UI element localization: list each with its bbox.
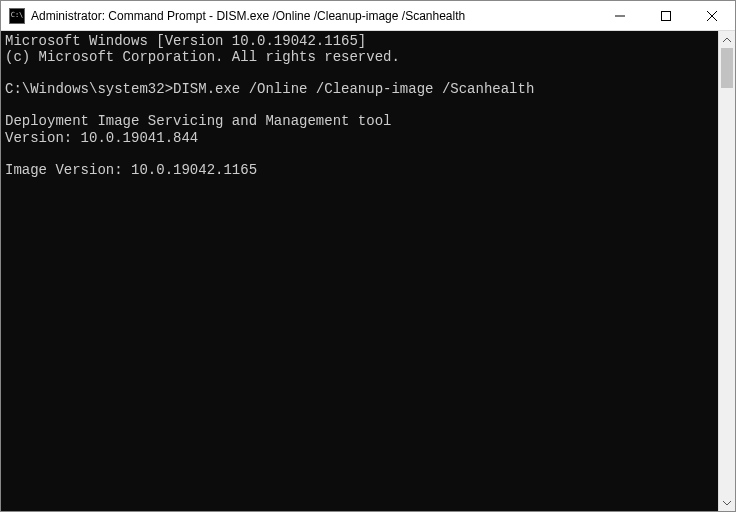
vertical-scrollbar[interactable] (718, 31, 735, 511)
output-line: Version: 10.0.19041.844 (5, 130, 198, 146)
minimize-button[interactable] (597, 1, 643, 30)
output-line: Deployment Image Servicing and Managemen… (5, 113, 391, 129)
output-line: (c) Microsoft Corporation. All rights re… (5, 49, 400, 65)
chevron-up-icon (723, 38, 731, 42)
chevron-down-icon (723, 501, 731, 505)
scrollbar-track[interactable] (719, 48, 735, 494)
prompt-command: DISM.exe /Online /Cleanup-image /Scanhea… (173, 81, 534, 97)
terminal-output[interactable]: Microsoft Windows [Version 10.0.19042.11… (1, 31, 718, 511)
window-controls (597, 1, 735, 30)
prompt-path: C:\Windows\system32> (5, 81, 173, 97)
app-icon: C:\ (9, 8, 25, 24)
close-icon (707, 11, 717, 21)
maximize-icon (661, 11, 671, 21)
command-prompt-window: C:\ Administrator: Command Prompt - DISM… (0, 0, 736, 512)
scroll-down-button[interactable] (719, 494, 735, 511)
window-title: Administrator: Command Prompt - DISM.exe… (31, 9, 597, 23)
titlebar[interactable]: C:\ Administrator: Command Prompt - DISM… (1, 1, 735, 31)
maximize-button[interactable] (643, 1, 689, 30)
close-button[interactable] (689, 1, 735, 30)
output-line: Microsoft Windows [Version 10.0.19042.11… (5, 33, 366, 49)
output-line: Image Version: 10.0.19042.1165 (5, 162, 257, 178)
prompt-line: C:\Windows\system32>DISM.exe /Online /Cl… (5, 81, 534, 97)
app-icon-label: C:\ (11, 12, 24, 19)
scrollbar-thumb[interactable] (721, 48, 733, 88)
svg-rect-1 (662, 11, 671, 20)
scroll-up-button[interactable] (719, 31, 735, 48)
minimize-icon (615, 11, 625, 21)
client-area: Microsoft Windows [Version 10.0.19042.11… (1, 31, 735, 511)
